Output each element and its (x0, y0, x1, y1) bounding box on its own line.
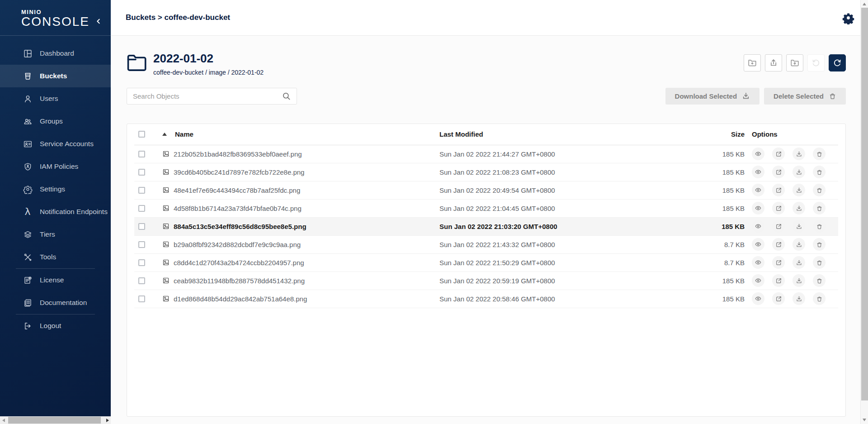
download-object-button[interactable] (793, 238, 805, 251)
preview-object-button[interactable] (752, 166, 764, 178)
share-object-button[interactable] (772, 238, 785, 251)
sort-asc-icon[interactable] (162, 133, 167, 136)
scroll-down-arrow-icon[interactable] (863, 419, 866, 421)
download-object-button[interactable] (793, 148, 805, 160)
object-row[interactable]: c8dd4c1d270f43a2b4724ccbb2204957.png Sun… (134, 254, 838, 272)
sidebar-item-settings[interactable]: Settings (0, 178, 111, 200)
delete-object-button[interactable] (813, 148, 826, 160)
sidebar-item-buckets[interactable]: Buckets (0, 65, 111, 87)
delete-object-button[interactable] (813, 274, 826, 287)
sidebar-item-tiers[interactable]: Tiers (0, 223, 111, 246)
rewind-button[interactable] (807, 54, 825, 71)
delete-object-button[interactable] (813, 292, 826, 305)
delete-object-button[interactable] (813, 166, 826, 178)
sidebar-collapse-button[interactable] (94, 16, 104, 26)
sidebar-item-groups[interactable]: Groups (0, 110, 111, 133)
download-object-button[interactable] (793, 166, 805, 178)
object-name-cell[interactable]: 39cd6b405bc241d7897e782fcb722e8e.png (154, 168, 439, 176)
share-object-button[interactable] (772, 292, 785, 305)
scroll-right-arrow-icon[interactable] (106, 419, 109, 422)
header-name[interactable]: Name (154, 130, 439, 138)
vertical-scrollbar-thumb[interactable] (861, 8, 868, 400)
delete-object-button[interactable] (813, 184, 826, 196)
download-selected-button[interactable]: Download Selected (665, 88, 760, 105)
object-name-cell[interactable]: c8dd4c1d270f43a2b4724ccbb2204957.png (154, 259, 439, 267)
preview-object-button[interactable] (752, 256, 764, 269)
download-object-button[interactable] (793, 220, 805, 233)
row-checkbox[interactable] (138, 169, 145, 176)
horizontal-scrollbar-thumb[interactable] (8, 417, 101, 424)
object-row[interactable]: 39cd6b405bc241d7897e782fcb722e8e.png Sun… (134, 163, 838, 181)
share-object-button[interactable] (772, 220, 785, 233)
breadcrumb[interactable]: Buckets > coffee-dev-bucket (126, 13, 230, 22)
delete-selected-button[interactable]: Delete Selected (764, 88, 846, 105)
row-checkbox[interactable] (138, 187, 145, 194)
sidebar-item-notification-endpoints[interactable]: λ Notification Endpoints (0, 200, 111, 223)
download-object-button[interactable] (793, 256, 805, 269)
preview-object-button[interactable] (752, 184, 764, 196)
row-checkbox[interactable] (138, 151, 145, 157)
object-name-cell[interactable]: 212b052b1bad482fb8369533ebf0aeef.png (154, 150, 439, 158)
download-object-button[interactable] (793, 274, 805, 287)
search-box[interactable] (127, 88, 297, 105)
select-all-checkbox[interactable] (138, 131, 145, 138)
object-name-cell[interactable]: 884a5c13c5e34eff89c56d8c95bee8e5.png (154, 223, 439, 230)
sidebar-item-license[interactable]: License (0, 269, 111, 291)
preview-object-button[interactable] (752, 148, 764, 160)
object-row[interactable]: b29a08fbf92342d882dcbdf7e9c9c9aa.png Sun… (134, 236, 838, 254)
upload-file-button[interactable] (765, 54, 782, 71)
sidebar-item-service-accounts[interactable]: Service Accounts (0, 133, 111, 155)
preview-object-button[interactable] (752, 220, 764, 233)
row-checkbox[interactable] (138, 295, 145, 302)
download-object-button[interactable] (793, 202, 805, 214)
object-name-cell[interactable]: 4d58f8b1b6714a23a73fd47bfae0b74c.png (154, 205, 439, 212)
search-input[interactable] (133, 92, 282, 100)
share-object-button[interactable] (772, 256, 785, 269)
sidebar-item-users[interactable]: Users (0, 87, 111, 110)
object-row[interactable]: 212b052b1bad482fb8369533ebf0aeef.png Sun… (134, 145, 838, 163)
share-object-button[interactable] (772, 148, 785, 160)
row-checkbox[interactable] (138, 259, 145, 266)
object-name-cell[interactable]: 48e41ef7e69c443494cc78b7aaf25fdc.png (154, 186, 439, 194)
object-row[interactable]: d1ed868d48b54dd29ac842ab751a64e8.png Sun… (134, 290, 838, 308)
object-row[interactable]: 4d58f8b1b6714a23a73fd47bfae0b74c.png Sun… (134, 200, 838, 218)
header-size[interactable]: Size (693, 130, 745, 138)
object-row[interactable]: 884a5c13c5e34eff89c56d8c95bee8e5.png Sun… (134, 218, 838, 236)
preview-object-button[interactable] (752, 292, 764, 305)
object-row[interactable]: 48e41ef7e69c443494cc78b7aaf25fdc.png Sun… (134, 181, 838, 200)
new-path-button[interactable] (744, 54, 761, 71)
sidebar-item-documentation[interactable]: Documentation (0, 291, 111, 314)
sidebar-item-dashboard[interactable]: Dashboard (0, 42, 111, 65)
download-object-button[interactable] (793, 184, 805, 196)
object-name-cell[interactable]: d1ed868d48b54dd29ac842ab751a64e8.png (154, 295, 439, 303)
row-checkbox[interactable] (138, 205, 145, 212)
share-object-button[interactable] (772, 274, 785, 287)
settings-button[interactable] (842, 11, 855, 24)
object-row[interactable]: ceab9832b11948bfb2887578dd451432.png Sun… (134, 272, 838, 290)
delete-object-button[interactable] (813, 256, 826, 269)
share-object-button[interactable] (772, 166, 785, 178)
scroll-left-arrow-icon[interactable] (2, 419, 5, 422)
preview-object-button[interactable] (752, 274, 764, 287)
share-object-button[interactable] (772, 184, 785, 196)
horizontal-scrollbar[interactable] (0, 416, 111, 424)
row-checkbox[interactable] (138, 277, 145, 284)
upload-folder-button[interactable] (786, 54, 803, 71)
download-object-button[interactable] (793, 292, 805, 305)
object-name-cell[interactable]: ceab9832b11948bfb2887578dd451432.png (154, 277, 439, 285)
sidebar-item-tools[interactable]: Tools (0, 246, 111, 268)
sidebar-item-iam-policies[interactable]: IAM Policies (0, 155, 111, 178)
refresh-button[interactable] (829, 54, 846, 71)
delete-object-button[interactable] (813, 238, 826, 251)
delete-object-button[interactable] (813, 220, 826, 233)
sidebar-item-logout[interactable]: Logout (0, 314, 111, 337)
row-checkbox[interactable] (138, 241, 145, 248)
object-name-cell[interactable]: b29a08fbf92342d882dcbdf7e9c9c9aa.png (154, 241, 439, 248)
scroll-up-arrow-icon[interactable] (863, 3, 866, 5)
share-object-button[interactable] (772, 202, 785, 214)
delete-object-button[interactable] (813, 202, 826, 214)
preview-object-button[interactable] (752, 202, 764, 214)
header-last-modified[interactable]: Last Modified (439, 130, 693, 138)
row-checkbox[interactable] (138, 223, 145, 230)
vertical-scrollbar[interactable] (860, 0, 868, 424)
